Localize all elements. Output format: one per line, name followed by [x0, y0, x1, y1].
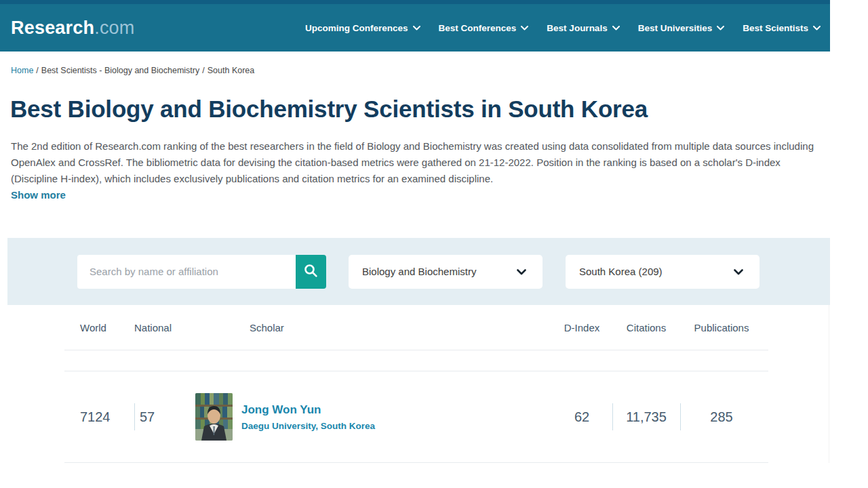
- country-selected-value: South Korea (209): [579, 266, 663, 277]
- column-header-national: National: [134, 322, 195, 333]
- nav-item-best-scientists[interactable]: Best Scientists: [743, 23, 821, 33]
- vertical-divider: [134, 403, 135, 430]
- spacer: [0, 350, 829, 371]
- search-bar: [77, 255, 326, 289]
- research-com-logo[interactable]: Research.com: [11, 18, 135, 39]
- search-icon: [304, 264, 318, 280]
- scholar-name-link[interactable]: Jong Won Yun: [241, 403, 375, 417]
- citations-value: 11,735: [626, 409, 667, 425]
- nav-item-label: Best Journals: [547, 23, 607, 33]
- ranking-table: World National Scholar D-Index Citations…: [0, 305, 829, 463]
- chevron-down-icon: [517, 266, 526, 277]
- column-header-d-index: D-Index: [551, 322, 612, 333]
- show-more-link[interactable]: Show more: [11, 187, 66, 203]
- breadcrumb-separator: /: [202, 66, 204, 75]
- breadcrumb-section: Best Scientists - Biology and Biochemist…: [41, 66, 199, 75]
- scholar-affiliation-link[interactable]: Daegu University, South Korea: [241, 421, 375, 431]
- vertical-divider: [612, 403, 613, 430]
- column-header-publications: Publications: [680, 322, 763, 333]
- chevron-down-icon: [612, 26, 620, 30]
- logo-secondary-text: .com: [94, 18, 134, 38]
- chevron-down-icon: [813, 26, 821, 30]
- national-rank-cell: 57: [134, 371, 195, 462]
- nav-item-label: Best Universities: [638, 23, 713, 33]
- logo-primary-text: Research: [11, 18, 94, 38]
- nav-menu: Upcoming Conferences Best Conferences Be…: [305, 23, 821, 33]
- nav-item-upcoming-conferences[interactable]: Upcoming Conferences: [305, 23, 420, 33]
- scholar-cell: Jong Won Yun Daegu University, South Kor…: [195, 371, 551, 462]
- column-header-scholar: Scholar: [195, 322, 551, 333]
- page-description: The 2nd edition of Research.com ranking …: [11, 138, 823, 187]
- column-header-world: World: [80, 322, 134, 333]
- divider: [64, 462, 768, 463]
- breadcrumb: Home/Best Scientists - Biology and Bioch…: [11, 66, 830, 76]
- chevron-down-icon: [521, 26, 528, 30]
- search-input[interactable]: [77, 255, 296, 289]
- d-index-cell: 62: [551, 371, 612, 462]
- filter-band: Biology and Biochemistry South Korea (20…: [7, 238, 830, 305]
- d-index-value: 62: [574, 409, 589, 425]
- nav-item-label: Best Conferences: [439, 23, 517, 33]
- breadcrumb-current: South Korea: [208, 66, 255, 75]
- discipline-select[interactable]: Biology and Biochemistry: [349, 255, 542, 289]
- page-root: Research.com Upcoming Conferences Best C…: [0, 0, 830, 463]
- national-rank-value: 57: [140, 409, 155, 425]
- world-rank-value: 7124: [80, 409, 111, 425]
- nav-item-best-universities[interactable]: Best Universities: [638, 23, 725, 33]
- page-title: Best Biology and Biochemistry Scientists…: [10, 95, 830, 123]
- breadcrumb-separator: /: [36, 66, 38, 75]
- vertical-divider: [680, 403, 681, 430]
- scholar-photo[interactable]: [195, 393, 233, 441]
- search-button[interactable]: [296, 255, 326, 289]
- nav-item-best-conferences[interactable]: Best Conferences: [439, 23, 529, 33]
- top-navbar: Research.com Upcoming Conferences Best C…: [0, 4, 830, 52]
- chevron-down-icon: [413, 26, 420, 30]
- country-select[interactable]: South Korea (209): [566, 255, 760, 289]
- discipline-selected-value: Biology and Biochemistry: [362, 266, 476, 277]
- table-header-row: World National Scholar D-Index Citations…: [0, 305, 829, 350]
- publications-cell: 285: [680, 371, 763, 462]
- breadcrumb-home-link[interactable]: Home: [11, 66, 33, 75]
- column-header-citations: Citations: [612, 322, 680, 333]
- table-row: 7124 57: [0, 371, 829, 462]
- chevron-down-icon: [717, 26, 724, 30]
- publications-value: 285: [710, 409, 732, 425]
- citations-cell: 11,735: [612, 371, 680, 462]
- nav-item-label: Upcoming Conferences: [305, 23, 408, 33]
- nav-item-best-journals[interactable]: Best Journals: [547, 23, 619, 33]
- chevron-down-icon: [734, 266, 743, 277]
- nav-item-label: Best Scientists: [743, 23, 808, 33]
- world-rank-cell: 7124: [80, 371, 134, 462]
- scholar-text: Jong Won Yun Daegu University, South Kor…: [241, 403, 375, 431]
